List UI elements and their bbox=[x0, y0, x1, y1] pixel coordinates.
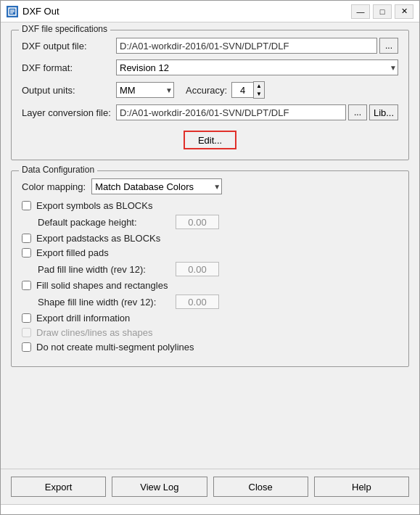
shape-fill-row: Shape fill line width (rev 12): bbox=[38, 294, 398, 309]
output-file-browse-button[interactable]: ... bbox=[379, 38, 398, 54]
window-content: DXF file specifications DXF output file:… bbox=[1, 22, 419, 469]
pkg-height-row: Default package height: bbox=[38, 215, 398, 229]
export-filled-pads-checkbox[interactable] bbox=[22, 248, 31, 258]
shape-fill-input[interactable] bbox=[176, 294, 219, 309]
draw-clines-row: Draw clines/lines as shapes bbox=[22, 327, 398, 338]
accuracy-wrapper: Accuracy: ▲ ▼ bbox=[186, 81, 265, 99]
spinbox-up-button[interactable]: ▲ bbox=[254, 82, 264, 90]
fill-solid-label: Fill solid shapes and rectangles bbox=[36, 280, 168, 291]
output-file-row: DXF output file: ... bbox=[22, 38, 398, 54]
no-multi-seg-row: Do not create multi-segment polylines bbox=[22, 342, 398, 353]
export-filled-pads-row: Export filled pads bbox=[22, 247, 398, 258]
output-file-label: DXF output file: bbox=[22, 41, 116, 52]
units-select-wrapper: MM INCH MIL ▼ bbox=[116, 82, 174, 98]
units-select[interactable]: MM INCH MIL bbox=[116, 82, 174, 98]
export-symbols-checkbox[interactable] bbox=[22, 201, 31, 210]
layer-conv-row: Layer conversion file: ... Lib... bbox=[22, 104, 398, 120]
lib-button[interactable]: Lib... bbox=[369, 104, 398, 120]
format-select-wrapper: Revision 12 Revision 13 Revision 14 Auto… bbox=[116, 59, 398, 75]
spinbox-buttons: ▲ ▼ bbox=[253, 81, 265, 99]
dxf-specs-group: DXF file specifications DXF output file:… bbox=[11, 30, 409, 160]
fill-solid-checkbox[interactable] bbox=[22, 281, 31, 290]
pad-fill-label: Pad fill line width (rev 12): bbox=[38, 264, 176, 275]
maximize-button[interactable]: □ bbox=[373, 4, 392, 19]
spinbox-down-button[interactable]: ▼ bbox=[254, 90, 264, 98]
draw-clines-label: Draw clines/lines as shapes bbox=[36, 327, 152, 338]
app-icon bbox=[7, 6, 18, 17]
color-map-label: Color mapping: bbox=[22, 181, 86, 192]
export-symbols-row: Export symbols as BLOCKs bbox=[22, 200, 398, 211]
export-padstacks-row: Export padstacks as BLOCKs bbox=[22, 233, 398, 244]
view-log-button[interactable]: View Log bbox=[112, 477, 207, 497]
data-config-title: Data Configuration bbox=[19, 165, 97, 175]
progress-bar bbox=[1, 504, 419, 514]
export-drill-checkbox[interactable] bbox=[22, 313, 31, 323]
footer: Export View Log Close Help bbox=[1, 469, 419, 504]
no-multi-seg-checkbox[interactable] bbox=[22, 342, 31, 352]
units-row: Output units: MM INCH MIL ▼ Accuracy: ▲ bbox=[22, 81, 398, 99]
edit-button[interactable]: Edit... bbox=[184, 131, 236, 149]
export-padstacks-label: Export padstacks as BLOCKs bbox=[36, 233, 160, 244]
dxf-specs-title: DXF file specifications bbox=[19, 24, 110, 34]
color-map-select-wrapper: Match Database Colors Use Layer Colors ▼ bbox=[91, 178, 222, 194]
export-padstacks-checkbox[interactable] bbox=[22, 234, 31, 243]
pad-fill-row: Pad fill line width (rev 12): bbox=[38, 262, 398, 276]
color-map-row: Color mapping: Match Database Colors Use… bbox=[22, 178, 398, 194]
main-window: DXF Out — □ ✕ DXF file specifications DX… bbox=[0, 0, 420, 515]
format-row: DXF format: Revision 12 Revision 13 Revi… bbox=[22, 59, 398, 75]
output-units-label: Output units: bbox=[22, 85, 116, 96]
minimize-button[interactable]: — bbox=[351, 4, 370, 19]
layer-conv-label: Layer conversion file: bbox=[22, 107, 116, 118]
help-button[interactable]: Help bbox=[314, 477, 409, 497]
edit-btn-row: Edit... bbox=[22, 126, 398, 149]
window-controls: — □ ✕ bbox=[351, 4, 413, 19]
fill-solid-row: Fill solid shapes and rectangles bbox=[22, 280, 398, 291]
title-bar: DXF Out — □ ✕ bbox=[1, 1, 419, 22]
accuracy-label: Accuracy: bbox=[186, 85, 227, 96]
accuracy-spinbox: ▲ ▼ bbox=[231, 81, 265, 99]
format-label: DXF format: bbox=[22, 62, 116, 73]
data-config-group: Data Configuration Color mapping: Match … bbox=[11, 170, 409, 367]
output-file-input[interactable] bbox=[116, 38, 377, 54]
accuracy-input[interactable] bbox=[231, 82, 253, 98]
layer-browse-button[interactable]: ... bbox=[348, 104, 367, 120]
window-title: DXF Out bbox=[22, 6, 351, 17]
close-button[interactable]: Close bbox=[213, 477, 308, 497]
export-drill-row: Export drill information bbox=[22, 313, 398, 324]
pkg-height-input[interactable] bbox=[176, 215, 219, 229]
pkg-height-label: Default package height: bbox=[38, 217, 176, 228]
pad-fill-input[interactable] bbox=[176, 262, 219, 276]
close-window-button[interactable]: ✕ bbox=[395, 4, 413, 19]
export-button[interactable]: Export bbox=[11, 477, 106, 497]
no-multi-seg-label: Do not create multi-segment polylines bbox=[36, 342, 194, 353]
format-select[interactable]: Revision 12 Revision 13 Revision 14 Auto… bbox=[116, 59, 398, 75]
export-filled-pads-label: Export filled pads bbox=[36, 247, 109, 258]
export-drill-label: Export drill information bbox=[36, 313, 130, 324]
shape-fill-label: Shape fill line width (rev 12): bbox=[38, 297, 176, 308]
export-symbols-label: Export symbols as BLOCKs bbox=[36, 200, 152, 211]
color-map-select[interactable]: Match Database Colors Use Layer Colors bbox=[91, 178, 222, 194]
layer-conv-input[interactable] bbox=[116, 104, 346, 120]
draw-clines-checkbox[interactable] bbox=[22, 328, 31, 337]
